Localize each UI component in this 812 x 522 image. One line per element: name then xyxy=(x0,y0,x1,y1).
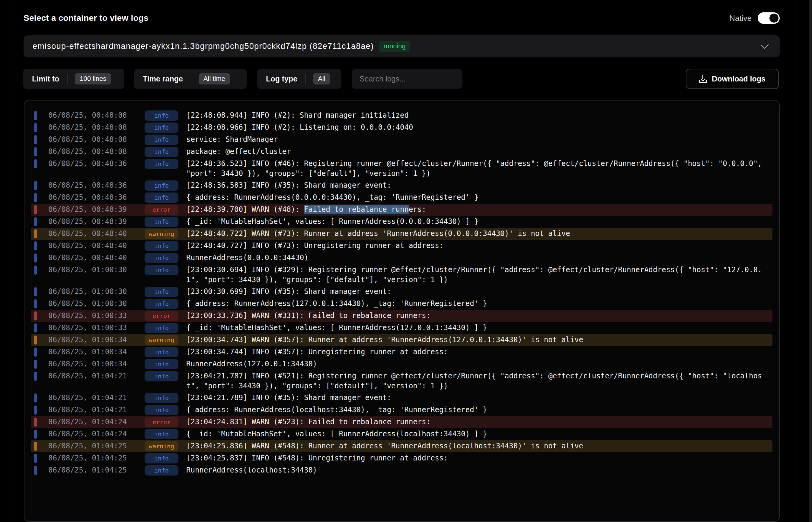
log-row: 06/08/25, 00:48:36info{ address: RunnerA… xyxy=(31,192,772,204)
log-row: 06/08/25, 01:00:30info[23:00:30.699] INF… xyxy=(31,286,772,298)
log-message: [23:00:34.744] INFO (#357): Unregisterin… xyxy=(186,347,764,357)
log-row: 06/08/25, 00:48:08info[22:48:08.966] INF… xyxy=(31,122,772,134)
log-level-bar xyxy=(34,254,37,262)
log-message: package: @effect/cluster xyxy=(186,147,764,157)
log-level-bar xyxy=(34,372,37,381)
log-row: 06/08/25, 00:48:36info[22:48:36.523] INF… xyxy=(31,158,772,180)
log-level-bar xyxy=(34,147,37,156)
log-level-badge: info xyxy=(144,287,178,297)
native-toggle[interactable] xyxy=(758,12,780,24)
log-timestamp: 06/08/25, 00:48:40 xyxy=(48,241,144,251)
log-message: { _id: 'MutableHashSet', values: [ Runne… xyxy=(186,217,764,227)
log-row: 06/08/25, 00:48:39error[22:48:39.700] WA… xyxy=(31,204,772,216)
native-toggle-label: Native xyxy=(729,14,752,23)
log-type-filter-value[interactable]: All xyxy=(313,73,330,84)
log-level-badge: info xyxy=(144,122,178,133)
log-timestamp: 06/08/25, 01:00:33 xyxy=(48,311,144,321)
log-level-badge: info xyxy=(144,405,178,415)
divider xyxy=(67,74,67,84)
search-input[interactable] xyxy=(359,75,455,83)
log-level-bar xyxy=(34,241,37,250)
log-row: 06/08/25, 01:00:30info[23:00:30.694] INF… xyxy=(31,264,772,286)
time-range-filter-label: Time range xyxy=(134,75,191,83)
log-timestamp: 06/08/25, 01:00:34 xyxy=(48,335,144,345)
log-row: 06/08/25, 01:00:34warning[23:00:34.743] … xyxy=(31,334,772,346)
log-timestamp: 06/08/25, 00:48:39 xyxy=(48,205,144,215)
log-timestamp: 06/08/25, 01:00:30 xyxy=(48,299,144,309)
time-range-filter[interactable]: Time range All time xyxy=(134,69,247,89)
log-message: { address: RunnerAddress(localhost:34430… xyxy=(186,405,764,415)
log-timestamp: 06/08/25, 00:48:36 xyxy=(48,180,144,190)
log-message: [23:04:25.836] WARN (#548): Runner at ad… xyxy=(186,441,764,451)
log-timestamp: 06/08/25, 01:00:33 xyxy=(48,323,144,333)
log-timestamp: 06/08/25, 00:48:08 xyxy=(48,135,144,144)
log-timestamp: 06/08/25, 00:48:36 xyxy=(48,193,144,202)
log-level-badge: info xyxy=(144,429,178,439)
log-type-filter[interactable]: Log type All xyxy=(257,69,341,89)
log-timestamp: 06/08/25, 01:04:25 xyxy=(48,441,144,451)
log-timestamp: 06/08/25, 00:48:40 xyxy=(48,229,144,239)
log-timestamp: 06/08/25, 01:04:25 xyxy=(48,465,144,475)
log-message: [23:00:34.743] WARN (#357): Runner at ad… xyxy=(186,335,764,345)
search-box xyxy=(352,69,462,89)
log-level-badge: info xyxy=(144,371,178,381)
toggle-knob xyxy=(769,14,778,23)
log-level-badge: info xyxy=(144,393,178,403)
log-level-bar xyxy=(34,347,37,357)
log-level-badge: error xyxy=(144,417,178,427)
log-level-bar xyxy=(34,430,37,439)
log-message: { _id: 'MutableHashSet', values: [ Runne… xyxy=(186,429,764,439)
native-toggle-group: Native xyxy=(729,12,780,24)
log-level-badge: info xyxy=(144,265,178,275)
log-level-bar xyxy=(34,111,37,120)
log-level-bar xyxy=(34,135,37,144)
log-timestamp: 06/08/25, 01:00:34 xyxy=(48,359,144,369)
log-message: [23:00:30.699] INFO (#35): Shard manager… xyxy=(186,287,764,297)
log-row: 06/08/25, 01:00:34infoRunnerAddress(127.… xyxy=(31,358,772,370)
log-timestamp: 06/08/25, 01:00:34 xyxy=(48,347,144,357)
log-level-badge: info xyxy=(144,347,178,357)
log-row: 06/08/25, 00:48:36info[22:48:36.583] INF… xyxy=(31,180,772,192)
log-timestamp: 06/08/25, 01:04:25 xyxy=(48,453,144,463)
log-message: [23:04:24.831] WARN (#523): Failed to re… xyxy=(186,417,764,427)
log-timestamp: 06/08/25, 01:04:21 xyxy=(48,393,144,403)
log-message: RunnerAddress(127.0.0.1:34430) xyxy=(186,359,764,369)
log-level-badge: info xyxy=(144,253,178,263)
log-message: [22:48:40.722] WARN (#73): Runner at add… xyxy=(186,229,764,239)
container-select[interactable]: emisoup-effectshardmanager-aykx1n.1.3bgr… xyxy=(23,35,780,57)
selected-text: Failed to rebalance runn xyxy=(304,205,409,214)
log-row: 06/08/25, 01:04:25warning[23:04:25.836] … xyxy=(31,440,772,452)
divider xyxy=(191,74,191,84)
log-level-badge: info xyxy=(144,111,178,121)
log-row: 06/08/25, 00:48:08info[22:48:08.944] INF… xyxy=(31,109,772,122)
log-message: { _id: 'MutableHashSet', values: [ Runne… xyxy=(186,323,764,333)
log-row: 06/08/25, 00:48:40info[22:48:40.727] INF… xyxy=(31,240,772,252)
log-level-badge: info xyxy=(144,453,178,463)
log-level-bar xyxy=(34,159,37,168)
log-timestamp: 06/08/25, 01:04:21 xyxy=(48,405,144,415)
log-level-bar xyxy=(34,405,37,415)
limit-filter-label: Limit to xyxy=(23,75,67,83)
divider xyxy=(305,74,306,84)
limit-filter[interactable]: Limit to 100 lines xyxy=(23,69,124,89)
log-level-bar xyxy=(34,205,37,214)
log-row: 06/08/25, 01:04:24error[23:04:24.831] WA… xyxy=(31,416,772,428)
log-row: 06/08/25, 00:48:08infoservice: ShardMana… xyxy=(31,134,772,146)
container-name: emisoup-effectshardmanager-aykx1n.1.3bgr… xyxy=(33,42,374,51)
log-level-badge: info xyxy=(144,465,178,476)
limit-filter-value[interactable]: 100 lines xyxy=(75,73,111,84)
time-range-filter-value[interactable]: All time xyxy=(199,73,230,84)
log-row: 06/08/25, 01:04:25infoRunnerAddress(loca… xyxy=(31,464,772,477)
log-message: [22:48:36.583] INFO (#35): Shard manager… xyxy=(186,180,764,190)
log-timestamp: 06/08/25, 01:04:24 xyxy=(48,417,144,427)
download-logs-button[interactable]: Download logs xyxy=(686,69,779,89)
log-timestamp: 06/08/25, 01:00:30 xyxy=(48,265,144,275)
log-level-badge: error xyxy=(144,205,178,215)
log-timestamp: 06/08/25, 00:48:08 xyxy=(48,147,144,157)
log-row: 06/08/25, 00:48:40warning[22:48:40.722] … xyxy=(31,228,772,240)
log-level-bar xyxy=(34,287,37,296)
log-message: [22:48:08.944] INFO (#2): Shard manager … xyxy=(186,111,764,120)
log-level-badge: error xyxy=(144,311,178,321)
log-message: service: ShardManager xyxy=(186,135,764,144)
log-level-bar xyxy=(34,181,37,190)
